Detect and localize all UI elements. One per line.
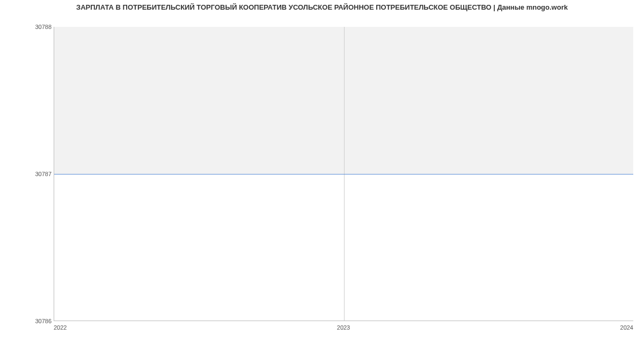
chart-container: ЗАРПЛАТА В ПОТРЕБИТЕЛЬСКИЙ ТОРГОВЫЙ КООП… [0, 0, 644, 349]
y-tick-label: 30788 [35, 24, 52, 30]
y-tick-label: 30786 [35, 318, 52, 324]
y-tick-label: 30787 [35, 171, 52, 177]
x-tick-label: 2024 [620, 324, 633, 331]
chart-title: ЗАРПЛАТА В ПОТРЕБИТЕЛЬСКИЙ ТОРГОВЫЙ КООП… [0, 3, 644, 11]
x-tick-label: 2022 [54, 324, 67, 331]
plot-area [54, 27, 633, 321]
series-line [54, 174, 633, 174]
x-tick-label: 2023 [337, 324, 350, 331]
